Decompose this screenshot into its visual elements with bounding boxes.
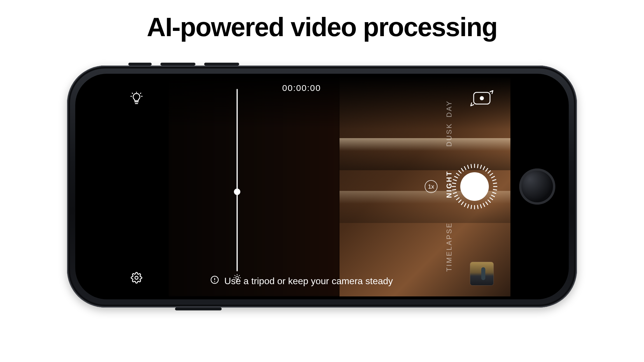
steady-tip: Use a tripod or keep your camera steady (169, 275, 435, 287)
zoom-label: 1x (428, 183, 434, 190)
zoom-button[interactable]: 1x (425, 180, 438, 193)
exposure-slider-handle[interactable] (234, 189, 240, 195)
phone-volume-up (160, 63, 195, 66)
svg-line-18 (140, 93, 141, 93)
gallery-thumbnail[interactable] (470, 262, 494, 285)
exposure-slider-track (237, 89, 238, 271)
mode-dusk[interactable]: DUSK (445, 123, 453, 147)
camera-app-screen: 00:00:00 (107, 77, 510, 296)
mode-timelapse[interactable]: TIMELAPSE (445, 222, 453, 272)
phone-device-frame: 00:00:00 (67, 66, 577, 307)
camera-viewfinder[interactable]: 00:00:00 (169, 77, 510, 296)
svg-point-19 (135, 276, 138, 280)
phone-mute-switch (128, 63, 152, 66)
shutter-button[interactable] (456, 168, 494, 205)
marketing-headline: AI-powered video processing (0, 12, 644, 42)
phone-volume-down (204, 63, 239, 66)
steady-tip-text: Use a tripod or keep your camera steady (224, 276, 393, 287)
lightbulb-icon[interactable] (130, 92, 143, 106)
mode-day[interactable]: DAY (445, 100, 453, 117)
exposure-slider[interactable] (236, 89, 239, 283)
phone-home-button (519, 168, 555, 205)
phone-body: 00:00:00 (67, 66, 577, 307)
left-control-column (107, 77, 166, 296)
phone-bezel: 00:00:00 (75, 74, 569, 299)
recording-timer: 00:00:00 (169, 83, 435, 93)
svg-point-13 (214, 281, 215, 282)
phone-power-button (175, 307, 222, 310)
shutter-core (460, 172, 489, 201)
warning-icon (210, 275, 219, 287)
svg-point-10 (480, 96, 484, 100)
switch-camera-button[interactable] (470, 89, 494, 106)
svg-line-17 (132, 93, 132, 93)
settings-button[interactable] (131, 272, 142, 285)
